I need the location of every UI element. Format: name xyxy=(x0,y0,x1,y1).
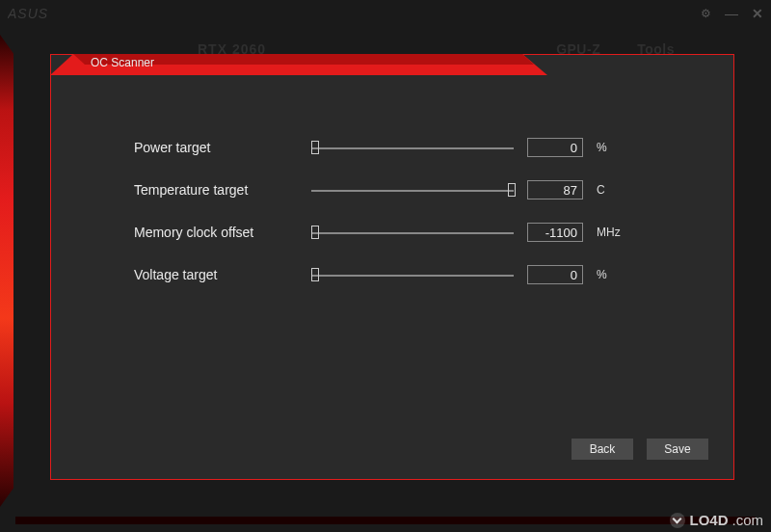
slider-unit: % xyxy=(597,268,622,281)
panel-title: OC Scanner xyxy=(91,56,154,69)
settings-icon[interactable]: ⚙ xyxy=(701,7,711,20)
watermark: LO4D.com xyxy=(670,512,763,528)
asus-logo: ASUS xyxy=(8,6,85,21)
slider-track[interactable] xyxy=(311,143,514,152)
titlebar: ASUS ⚙ — ✕ xyxy=(0,0,771,27)
slider-row: Temperature target87C xyxy=(134,180,676,200)
slider-row: Voltage target0% xyxy=(134,265,676,284)
oc-scanner-panel: OC Scanner Power target0%Temperature tar… xyxy=(50,54,734,480)
bottom-accent xyxy=(15,517,756,524)
slider-thumb[interactable] xyxy=(311,268,319,281)
slider-label: Voltage target xyxy=(134,267,298,282)
save-button[interactable]: Save xyxy=(647,439,708,460)
slider-thumb[interactable] xyxy=(311,141,319,154)
svg-text:ASUS: ASUS xyxy=(8,6,48,21)
slider-track[interactable] xyxy=(311,185,514,195)
slider-value[interactable]: 0 xyxy=(527,265,583,284)
window-controls: ⚙ — ✕ xyxy=(701,6,763,21)
slider-label: Temperature target xyxy=(134,182,298,198)
slider-value[interactable]: 87 xyxy=(527,180,583,200)
close-icon[interactable]: ✕ xyxy=(752,6,763,21)
download-icon xyxy=(670,513,685,528)
slider-unit: % xyxy=(597,141,622,154)
slider-value[interactable]: 0 xyxy=(527,138,583,157)
slider-unit: C xyxy=(597,183,622,197)
slider-value[interactable]: -1100 xyxy=(527,223,583,242)
slider-unit: MHz xyxy=(597,226,622,239)
panel-header: OC Scanner xyxy=(50,54,551,75)
slider-label: Power target xyxy=(134,140,298,155)
slider-row: Power target0% xyxy=(134,138,676,157)
slider-thumb[interactable] xyxy=(508,183,516,197)
slider-label: Memory clock offset xyxy=(134,225,298,240)
left-accent-glow xyxy=(0,35,13,507)
app-window: ASUS ⚙ — ✕ RTX 2060 GPU-Z Tools OC Scann… xyxy=(0,0,771,532)
panel-buttons: Back Save xyxy=(572,439,708,460)
slider-row: Memory clock offset-1100MHz xyxy=(134,223,676,242)
watermark-tld: .com xyxy=(731,512,763,528)
watermark-site: LO4D xyxy=(689,512,728,528)
slider-track[interactable] xyxy=(311,227,514,237)
slider-thumb[interactable] xyxy=(311,226,319,239)
scanner-form: Power target0%Temperature target87CMemor… xyxy=(134,138,676,307)
back-button[interactable]: Back xyxy=(572,439,633,460)
slider-track[interactable] xyxy=(311,270,514,279)
minimize-icon[interactable]: — xyxy=(725,6,738,21)
